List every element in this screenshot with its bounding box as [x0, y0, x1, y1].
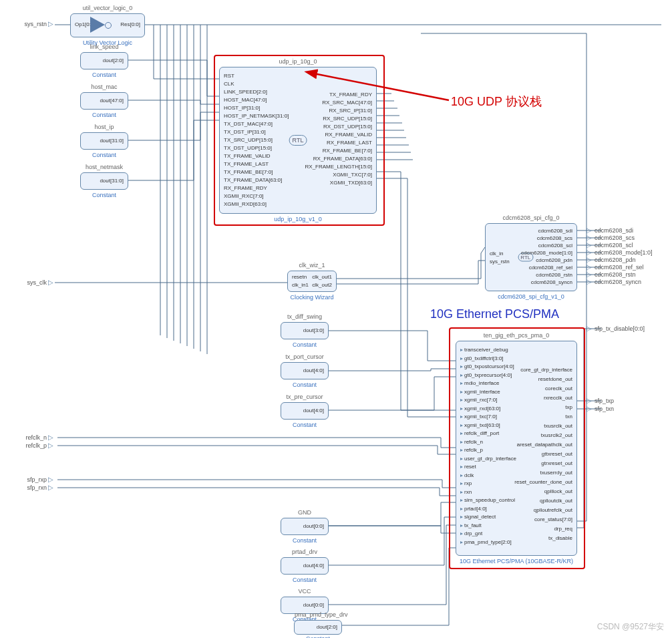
block-tx-port-cursor[interactable]: tx_port_cursor dout[4:0] Constant — [281, 362, 329, 379]
port-dout: dout[4:0] — [303, 367, 324, 373]
port-clkout1: clk_out1 — [312, 274, 332, 280]
pin-icon: ▷ — [586, 397, 592, 404]
port-clkin: clk_in — [490, 251, 503, 257]
annotation-pcs: 10G Ethernet PCS/PMA — [430, 307, 559, 321]
port-dout: dout[4:0] — [303, 408, 324, 414]
block-footer: Constant — [281, 341, 328, 348]
port-cdcm-syncn: cdcm6208_syncn — [595, 279, 668, 285]
port-res: Res[0:0] — [120, 21, 140, 27]
block-footer: Constant — [281, 422, 328, 428]
port-dout: dout[31:0] — [100, 138, 124, 144]
block-prtad-drv[interactable]: prtad_drv dout[4:0] Constant — [281, 557, 329, 575]
block-footer: Constant — [295, 635, 341, 638]
block-pma-pmd-type-drv[interactable]: pma_pmd_type_drv dout[2:0] Constant — [294, 620, 342, 635]
port-cdcm-scs: cdcm6208_scs — [595, 234, 668, 241]
cdcm-port-r-0: cdcm6208_sdi — [538, 228, 572, 234]
cdcm-port-r-6: cdcm6208_rstn — [536, 272, 572, 278]
inverter-icon — [90, 17, 105, 33]
pin-icon: ▷ — [586, 325, 592, 332]
block-title: prtad_drv — [281, 548, 328, 555]
block-cdcm6208[interactable]: cdcm6208_spi_cfg_0 clk_in sys_rstn cdcm6… — [485, 223, 577, 291]
port-dout: dout[0:0] — [303, 602, 324, 608]
pin-icon: ▷ — [586, 249, 592, 256]
pin-icon: ▷ — [586, 226, 592, 234]
block-tx-diff-swing[interactable]: tx_diff_swing dout[3:0] Constant — [281, 322, 329, 339]
port-dout: dout[47:0] — [100, 98, 124, 104]
port-clkout2: clk_out2 — [312, 282, 332, 288]
watermark: CSDN @9527华安 — [597, 621, 664, 633]
port-sys-clk: sys_clk — [7, 279, 47, 286]
port-cdcm-scl: cdcm6208_scl — [595, 242, 668, 249]
port-sys-rstn: sys_rstn — [7, 21, 47, 27]
port-sysrstn: sys_rstn — [490, 259, 510, 265]
block-tx-pre-cursor[interactable]: tx_pre_cursor dout[4:0] Constant — [281, 402, 329, 420]
port-dout: dout[2:0] — [317, 624, 337, 630]
cdcm-port-r-5: cdcm6208_ref_sel — [529, 265, 572, 271]
cdcm-port-r-2: cdcm6208_scl — [538, 243, 572, 249]
block-title: host_mac — [81, 84, 128, 90]
pin-icon: ▷ — [586, 256, 592, 263]
port-dout: dout[31:0] — [100, 178, 124, 184]
port-cdcm-rstn: cdcm6208_rstn — [595, 271, 668, 278]
block-link-speed[interactable]: link_speed dout[2:0] Constant — [80, 52, 128, 69]
port-dout: dout[2:0] — [103, 57, 124, 63]
port-sfp-rxp: sfp_rxp — [7, 476, 47, 483]
block-clk-wiz[interactable]: clk_wiz_1 resetn clk_in1 clk_out1 clk_ou… — [287, 271, 337, 292]
block-title: host_ip — [81, 124, 128, 130]
port-cdcm-mode: cdcm6208_mode[1:0] — [595, 249, 668, 256]
pin-icon: ▷ — [586, 278, 592, 285]
pin-icon: ▷ — [48, 20, 53, 27]
port-cdcm-refsel: cdcm6208_ref_sel — [595, 264, 668, 271]
pin-icon: ▷ — [48, 434, 53, 441]
cdcm-port-r-7: cdcm6208_syncn — [531, 279, 572, 285]
port-sfp-tx-disable: sfp_tx_disable[0:0] — [595, 325, 668, 332]
cdcm-port-r-1: cdcm6208_scs — [537, 235, 572, 241]
block-title: VCC — [281, 588, 328, 595]
block-title: GND — [281, 509, 328, 516]
port-dout: dout[4:0] — [303, 563, 324, 569]
port-refclk-p: refclk_p — [7, 442, 47, 449]
block-title: tx_pre_cursor — [281, 393, 328, 400]
pin-icon: ▷ — [48, 476, 53, 483]
pin-icon: ▷ — [586, 405, 592, 412]
block-footer: Constant — [81, 152, 128, 158]
block-footer: Constant — [281, 537, 328, 544]
pin-icon: ▷ — [48, 484, 53, 491]
block-title: cdcm6208_spi_cfg_0 — [486, 214, 576, 221]
port-sfp-txn: sfp_txn — [595, 406, 668, 412]
block-host-ip[interactable]: host_ip dout[31:0] Constant — [80, 132, 128, 150]
port-cdcm-sdi: cdcm6208_sdi — [595, 227, 668, 234]
pin-icon: ▷ — [586, 241, 592, 249]
block-host-netmask[interactable]: host_netmask dout[31:0] Constant — [80, 172, 128, 190]
block-footer: Constant — [81, 71, 128, 78]
port-dout: dout[3:0] — [303, 327, 324, 333]
block-title: host_netmask — [81, 164, 128, 170]
block-footer: Constant — [281, 577, 328, 583]
port-sfp-rxn: sfp_rxn — [7, 484, 47, 491]
port-dout: dout[0:0] — [303, 523, 324, 529]
port-clkin1: clk_in1 — [292, 282, 309, 288]
block-footer: Constant — [81, 112, 128, 118]
pin-icon: ▷ — [48, 279, 53, 286]
block-title: tx_port_cursor — [281, 353, 328, 360]
block-host-mac[interactable]: host_mac dout[47:0] Constant — [80, 92, 128, 110]
block-footer: Constant — [281, 381, 328, 388]
port-cdcm-pdn: cdcm6208_pdn — [595, 257, 668, 263]
redbox-pcs — [449, 327, 585, 569]
pin-icon: ▷ — [586, 263, 592, 271]
block-footer: cdcm6208_spi_cfg_v1_0 — [486, 293, 576, 300]
block-footer: Constant — [81, 192, 128, 198]
inverter-bubble-icon — [105, 22, 112, 29]
pin-icon: ▷ — [586, 234, 592, 241]
port-resetn: resetn — [292, 274, 307, 280]
pin-icon: ▷ — [586, 271, 592, 278]
block-title: util_vector_logic_0 — [71, 5, 144, 11]
pin-icon: ▷ — [48, 442, 53, 449]
block-gnd[interactable]: GND dout[0:0] Constant — [281, 518, 329, 535]
block-footer: Clocking Wizard — [288, 294, 336, 301]
redbox-udp — [214, 55, 385, 226]
cdcm-port-r-3: cdcm6208_mode[1:0] — [521, 250, 572, 256]
block-title: link_speed — [81, 43, 128, 50]
block-title: clk_wiz_1 — [288, 262, 336, 269]
block-title: pma_pmd_type_drv — [295, 611, 341, 618]
